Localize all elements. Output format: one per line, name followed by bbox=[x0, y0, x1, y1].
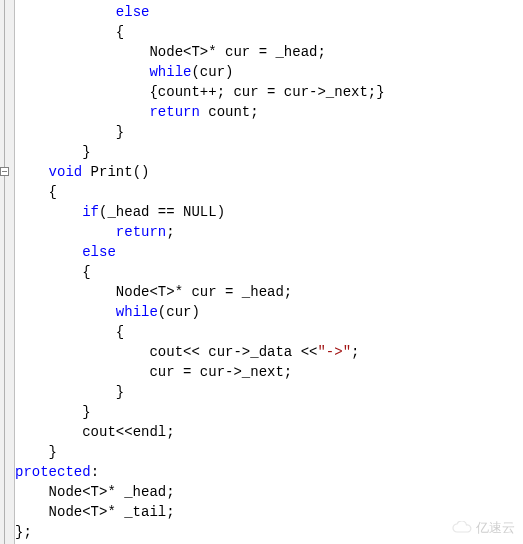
code-token: {count++; cur = cur->_next;} bbox=[149, 84, 384, 100]
watermark-text: 亿速云 bbox=[476, 518, 515, 538]
code-token: ; bbox=[351, 344, 359, 360]
code-line: } bbox=[15, 402, 385, 422]
keyword: protected bbox=[15, 464, 91, 480]
code-line: Node<T>* cur = _head; bbox=[15, 282, 385, 302]
code-token: } bbox=[116, 124, 124, 140]
code-line: } bbox=[15, 442, 385, 462]
code-line: else bbox=[15, 242, 385, 262]
code-token: : bbox=[91, 464, 99, 480]
code-token: cout<<endl; bbox=[82, 424, 174, 440]
code-line: if(_head == NULL) bbox=[15, 202, 385, 222]
code-token: { bbox=[82, 264, 90, 280]
code-line: } bbox=[15, 142, 385, 162]
code-token: cur = cur->_next; bbox=[149, 364, 292, 380]
code-token: Node<T>* _head; bbox=[49, 484, 175, 500]
code-line: { bbox=[15, 182, 385, 202]
keyword: else bbox=[116, 4, 150, 20]
fold-toggle[interactable] bbox=[0, 167, 9, 176]
code-line: Node<T>* _head; bbox=[15, 482, 385, 502]
code-line: cur = cur->_next; bbox=[15, 362, 385, 382]
code-line: else bbox=[15, 2, 385, 22]
watermark: 亿速云 bbox=[451, 518, 515, 538]
code-line: Node<T>* _tail; bbox=[15, 502, 385, 522]
code-token: Node<T>* cur = _head; bbox=[116, 284, 292, 300]
string-literal: "->" bbox=[317, 344, 351, 360]
code-line: { bbox=[15, 22, 385, 42]
code-token: } bbox=[49, 444, 57, 460]
code-token: ; bbox=[166, 224, 174, 240]
code-line: cout<<endl; bbox=[15, 422, 385, 442]
code-token: } bbox=[116, 384, 124, 400]
code-line: } bbox=[15, 122, 385, 142]
code-editor: else { Node<T>* cur = _head; while(cur) … bbox=[0, 0, 523, 544]
fold-line bbox=[4, 0, 5, 544]
code-line: Node<T>* cur = _head; bbox=[15, 42, 385, 62]
code-token: Print() bbox=[82, 164, 149, 180]
keyword: if bbox=[82, 204, 99, 220]
keyword: void bbox=[49, 164, 83, 180]
keyword: else bbox=[82, 244, 116, 260]
code-line: {count++; cur = cur->_next;} bbox=[15, 82, 385, 102]
code-line: void Print() bbox=[15, 162, 385, 182]
code-token: count; bbox=[200, 104, 259, 120]
cloud-icon bbox=[451, 521, 473, 535]
code-token: { bbox=[116, 324, 124, 340]
code-line: cout<< cur->_data <<"->"; bbox=[15, 342, 385, 362]
code-token: { bbox=[116, 24, 124, 40]
code-token: { bbox=[49, 184, 57, 200]
code-token: (cur) bbox=[191, 64, 233, 80]
gutter bbox=[0, 0, 15, 544]
code-line: return; bbox=[15, 222, 385, 242]
keyword: return bbox=[149, 104, 199, 120]
code-line: while(cur) bbox=[15, 302, 385, 322]
code-line: protected: bbox=[15, 462, 385, 482]
code-line: return count; bbox=[15, 102, 385, 122]
keyword: return bbox=[116, 224, 166, 240]
code-line: }; bbox=[15, 522, 385, 542]
code-token: (_head == NULL) bbox=[99, 204, 225, 220]
code-line: } bbox=[15, 382, 385, 402]
code-area: else { Node<T>* cur = _head; while(cur) … bbox=[15, 2, 385, 542]
code-line: { bbox=[15, 322, 385, 342]
code-token: } bbox=[82, 144, 90, 160]
code-line: while(cur) bbox=[15, 62, 385, 82]
code-token: cout<< cur->_data << bbox=[149, 344, 317, 360]
keyword: while bbox=[149, 64, 191, 80]
code-line: { bbox=[15, 262, 385, 282]
keyword: while bbox=[116, 304, 158, 320]
code-token: (cur) bbox=[158, 304, 200, 320]
code-token: } bbox=[82, 404, 90, 420]
code-token: Node<T>* _tail; bbox=[49, 504, 175, 520]
code-token: }; bbox=[15, 524, 32, 540]
code-token: Node<T>* cur = _head; bbox=[149, 44, 325, 60]
